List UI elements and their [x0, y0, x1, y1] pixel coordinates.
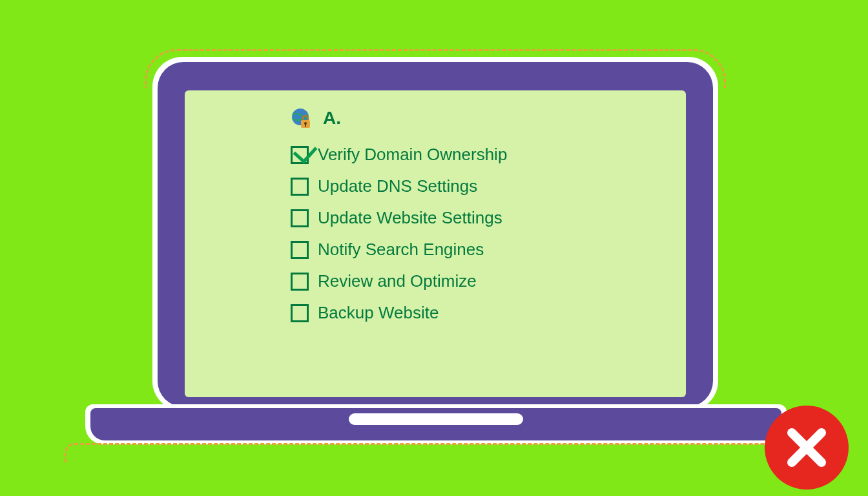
dashed-border-bottom: [65, 443, 807, 462]
checklist-item: Review and Optimize: [291, 271, 652, 291]
checklist-item: Update Website Settings: [291, 208, 652, 228]
checkbox-icon: [291, 241, 309, 259]
checklist-item-label: Notify Search Engines: [318, 240, 484, 260]
checklist-item: Update DNS Settings: [291, 176, 652, 196]
checkbox-icon: [291, 273, 309, 291]
globe-lock-icon: [291, 107, 313, 129]
checkbox-checked-icon: [291, 146, 309, 164]
checkbox-icon: [291, 209, 309, 227]
checklist-header: A.: [291, 107, 652, 129]
checkbox-icon: [291, 304, 309, 322]
checklist-item: Notify Search Engines: [291, 240, 652, 260]
checklist-item-label: Backup Website: [318, 303, 439, 323]
x-icon: [784, 425, 829, 470]
checklist-item: Verify Domain Ownership: [291, 145, 652, 165]
checkbox-icon: [291, 178, 309, 196]
error-badge: [765, 406, 849, 490]
checklist-item-label: Review and Optimize: [318, 271, 477, 291]
laptop-trackpad: [349, 413, 523, 425]
checklist-item-label: Update Website Settings: [318, 208, 502, 228]
checklist-heading: A.: [323, 108, 341, 129]
checklist-item-label: Update DNS Settings: [318, 176, 477, 196]
checklist-item-label: Verify Domain Ownership: [318, 145, 507, 165]
checklist-item: Backup Website: [291, 303, 652, 323]
checklist-content: A. Verify Domain Ownership Update DNS Se…: [291, 107, 652, 335]
svg-rect-3: [305, 124, 306, 127]
